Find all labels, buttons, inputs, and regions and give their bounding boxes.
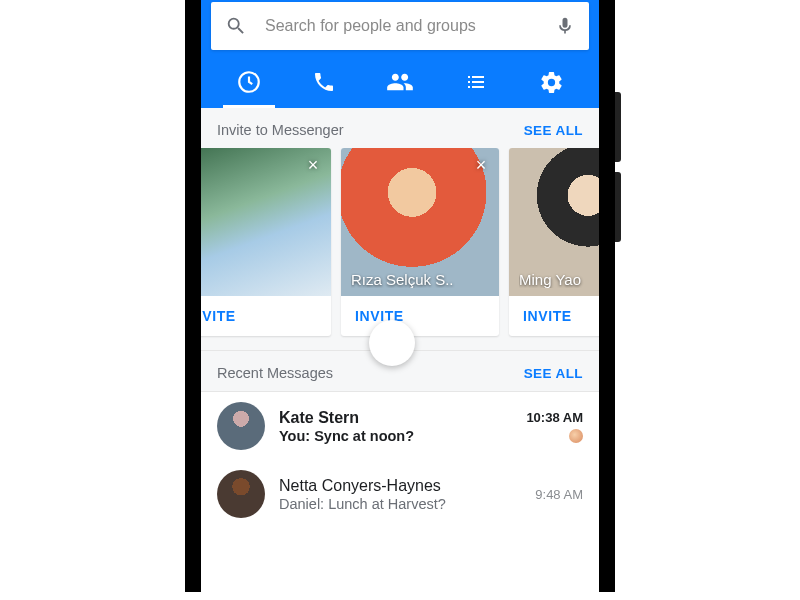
recent-title: Recent Messages xyxy=(217,365,333,381)
message-meta: 10:38 AM xyxy=(526,410,583,443)
invite-photo: × xyxy=(201,148,331,296)
invite-see-all[interactable]: SEE ALL xyxy=(524,123,583,138)
avatar xyxy=(217,402,265,450)
recent-see-all[interactable]: SEE ALL xyxy=(524,366,583,381)
invite-card[interactable]: × Rıza Selçuk S.. INVITE xyxy=(341,148,499,336)
invite-button[interactable]: INVITE xyxy=(341,296,499,336)
invite-section: Invite to Messenger SEE ALL × INVITE × R… xyxy=(201,108,599,351)
message-sender: Kate Stern xyxy=(279,409,512,427)
message-sender: Netta Conyers-Haynes xyxy=(279,477,521,495)
tab-settings[interactable] xyxy=(513,56,589,108)
invite-button[interactable]: INVITE xyxy=(509,296,599,336)
invite-title: Invite to Messenger xyxy=(217,122,344,138)
tab-people[interactable] xyxy=(362,56,438,108)
gear-icon xyxy=(539,70,564,95)
message-body: Kate Stern You: Sync at noon? xyxy=(279,409,512,444)
app-header: Search for people and groups xyxy=(201,0,599,108)
close-icon[interactable]: × xyxy=(471,156,491,176)
message-preview: Daniel: Lunch at Harvest? xyxy=(279,496,521,512)
volume-up-button[interactable] xyxy=(615,92,621,162)
invite-photo: × Rıza Selçuk S.. xyxy=(341,148,499,296)
search-placeholder: Search for people and groups xyxy=(265,17,555,35)
invite-name: Rıza Selçuk S.. xyxy=(351,271,489,288)
tab-bar xyxy=(211,56,589,108)
delivered-avatar-icon xyxy=(569,429,583,443)
invite-photo: × Ming Yao xyxy=(509,148,599,296)
message-row[interactable]: Kate Stern You: Sync at noon? 10:38 AM xyxy=(201,392,599,460)
message-meta: 9:48 AM xyxy=(535,487,583,502)
invite-card[interactable]: × Ming Yao INVITE xyxy=(509,148,599,336)
clock-icon xyxy=(236,69,262,95)
phone-icon xyxy=(312,70,336,94)
recent-header-section: Recent Messages SEE ALL xyxy=(201,351,599,392)
recent-header: Recent Messages SEE ALL xyxy=(201,351,599,391)
invite-scroller[interactable]: × INVITE × Rıza Selçuk S.. INVITE × Min xyxy=(201,148,599,350)
people-icon xyxy=(386,68,414,96)
app-screen: Search for people and groups xyxy=(201,0,599,592)
tab-recent[interactable] xyxy=(211,56,287,108)
search-bar[interactable]: Search for people and groups xyxy=(211,2,589,50)
recent-messages-list: Kate Stern You: Sync at noon? 10:38 AM N… xyxy=(201,392,599,592)
message-row[interactable]: Netta Conyers-Haynes Daniel: Lunch at Ha… xyxy=(201,460,599,528)
message-time: 9:48 AM xyxy=(535,487,583,502)
tab-calls[interactable] xyxy=(287,56,363,108)
message-preview: You: Sync at noon? xyxy=(279,428,512,444)
mic-icon[interactable] xyxy=(555,16,575,36)
invite-button[interactable]: INVITE xyxy=(201,296,331,336)
invite-header: Invite to Messenger SEE ALL xyxy=(201,108,599,148)
message-time: 10:38 AM xyxy=(526,410,583,425)
tab-lists[interactable] xyxy=(438,56,514,108)
invite-card[interactable]: × INVITE xyxy=(201,148,331,336)
avatar xyxy=(217,470,265,518)
invite-name: Ming Yao xyxy=(519,271,599,288)
device-frame: Search for people and groups xyxy=(185,0,615,592)
list-icon xyxy=(464,70,488,94)
volume-down-button[interactable] xyxy=(615,172,621,242)
message-body: Netta Conyers-Haynes Daniel: Lunch at Ha… xyxy=(279,477,521,512)
search-icon xyxy=(225,15,247,37)
close-icon[interactable]: × xyxy=(303,156,323,176)
